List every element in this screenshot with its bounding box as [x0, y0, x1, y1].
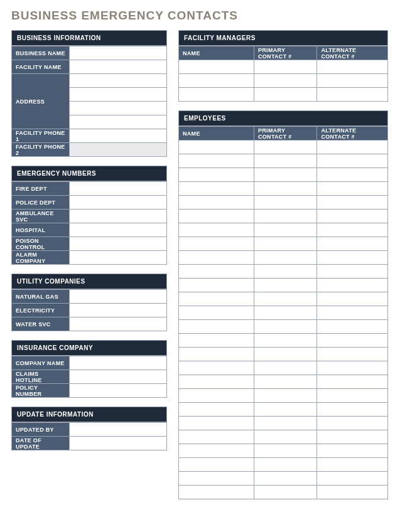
emp-cell-name[interactable]: [179, 334, 254, 348]
emp-cell-name[interactable]: [179, 458, 254, 472]
emp-cell-alternate[interactable]: [317, 417, 388, 430]
emp-cell-name[interactable]: [179, 210, 254, 223]
input-facility-name[interactable]: [70, 60, 167, 74]
emp-cell-primary[interactable]: [254, 182, 317, 196]
emp-cell-primary[interactable]: [254, 168, 317, 182]
emp-cell-primary[interactable]: [254, 417, 317, 430]
input-address-1[interactable]: [70, 74, 167, 88]
emp-cell-primary[interactable]: [254, 361, 317, 375]
emp-cell-name[interactable]: [179, 472, 254, 486]
emp-cell-name[interactable]: [179, 486, 254, 499]
input-alarm[interactable]: [70, 251, 167, 265]
emp-cell-primary[interactable]: [254, 237, 317, 251]
emp-cell-name[interactable]: [179, 223, 254, 237]
input-hospital[interactable]: [70, 223, 167, 237]
emp-cell-alternate[interactable]: [317, 403, 388, 417]
emp-cell-name[interactable]: [179, 168, 254, 182]
emp-cell-primary[interactable]: [254, 348, 317, 361]
input-facility-phone1[interactable]: [70, 129, 167, 143]
emp-cell-alternate[interactable]: [317, 265, 388, 279]
input-date-update[interactable]: [70, 437, 167, 450]
emp-cell-alternate[interactable]: [317, 389, 388, 403]
emp-cell-primary[interactable]: [254, 196, 317, 210]
input-updated-by[interactable]: [70, 423, 167, 437]
emp-cell-name[interactable]: [179, 348, 254, 361]
emp-cell-name[interactable]: [179, 279, 254, 292]
emp-cell-primary[interactable]: [254, 444, 317, 458]
emp-cell-primary[interactable]: [254, 306, 317, 320]
emp-cell-name[interactable]: [179, 196, 254, 210]
emp-cell-name[interactable]: [179, 430, 254, 444]
input-water[interactable]: [70, 317, 167, 331]
emp-cell-alternate[interactable]: [317, 458, 388, 472]
fm-cell-alternate[interactable]: [317, 88, 388, 102]
input-business-name[interactable]: [70, 46, 167, 60]
emp-cell-name[interactable]: [179, 417, 254, 430]
emp-cell-alternate[interactable]: [317, 237, 388, 251]
emp-cell-alternate[interactable]: [317, 320, 388, 334]
emp-cell-primary[interactable]: [254, 375, 317, 389]
emp-cell-primary[interactable]: [254, 430, 317, 444]
emp-cell-primary[interactable]: [254, 320, 317, 334]
fm-cell-name[interactable]: [179, 60, 254, 74]
input-fire[interactable]: [70, 182, 167, 196]
emp-cell-alternate[interactable]: [317, 141, 388, 154]
emp-cell-primary[interactable]: [254, 486, 317, 499]
emp-cell-name[interactable]: [179, 251, 254, 265]
emp-cell-primary[interactable]: [254, 472, 317, 486]
emp-cell-alternate[interactable]: [317, 306, 388, 320]
emp-cell-alternate[interactable]: [317, 168, 388, 182]
emp-cell-alternate[interactable]: [317, 348, 388, 361]
emp-cell-name[interactable]: [179, 403, 254, 417]
input-electricity[interactable]: [70, 304, 167, 317]
emp-cell-name[interactable]: [179, 320, 254, 334]
fm-cell-name[interactable]: [179, 74, 254, 88]
emp-cell-name[interactable]: [179, 389, 254, 403]
emp-cell-alternate[interactable]: [317, 251, 388, 265]
emp-cell-name[interactable]: [179, 265, 254, 279]
emp-cell-primary[interactable]: [254, 292, 317, 306]
emp-cell-name[interactable]: [179, 292, 254, 306]
emp-cell-alternate[interactable]: [317, 375, 388, 389]
emp-cell-alternate[interactable]: [317, 154, 388, 168]
emp-cell-name[interactable]: [179, 444, 254, 458]
emp-cell-name[interactable]: [179, 182, 254, 196]
emp-cell-name[interactable]: [179, 141, 254, 154]
fm-cell-primary[interactable]: [254, 74, 317, 88]
fm-cell-name[interactable]: [179, 88, 254, 102]
emp-cell-primary[interactable]: [254, 210, 317, 223]
fm-cell-alternate[interactable]: [317, 74, 388, 88]
emp-cell-alternate[interactable]: [317, 486, 388, 499]
emp-cell-primary[interactable]: [254, 389, 317, 403]
emp-cell-alternate[interactable]: [317, 279, 388, 292]
input-police[interactable]: [70, 196, 167, 210]
emp-cell-primary[interactable]: [254, 279, 317, 292]
input-poison[interactable]: [70, 237, 167, 251]
emp-cell-primary[interactable]: [254, 334, 317, 348]
emp-cell-alternate[interactable]: [317, 210, 388, 223]
input-address-3[interactable]: [70, 102, 167, 115]
emp-cell-primary[interactable]: [254, 458, 317, 472]
input-facility-phone2[interactable]: [70, 143, 167, 157]
emp-cell-alternate[interactable]: [317, 444, 388, 458]
emp-cell-name[interactable]: [179, 306, 254, 320]
input-claims[interactable]: [70, 370, 167, 384]
input-ambulance[interactable]: [70, 210, 167, 223]
emp-cell-name[interactable]: [179, 154, 254, 168]
emp-cell-alternate[interactable]: [317, 182, 388, 196]
emp-cell-alternate[interactable]: [317, 361, 388, 375]
emp-cell-name[interactable]: [179, 361, 254, 375]
input-gas[interactable]: [70, 290, 167, 304]
emp-cell-alternate[interactable]: [317, 334, 388, 348]
emp-cell-primary[interactable]: [254, 265, 317, 279]
emp-cell-alternate[interactable]: [317, 292, 388, 306]
emp-cell-primary[interactable]: [254, 223, 317, 237]
fm-cell-alternate[interactable]: [317, 60, 388, 74]
emp-cell-name[interactable]: [179, 237, 254, 251]
emp-cell-primary[interactable]: [254, 403, 317, 417]
emp-cell-primary[interactable]: [254, 251, 317, 265]
emp-cell-alternate[interactable]: [317, 472, 388, 486]
emp-cell-name[interactable]: [179, 375, 254, 389]
emp-cell-alternate[interactable]: [317, 196, 388, 210]
input-address-2[interactable]: [70, 88, 167, 102]
